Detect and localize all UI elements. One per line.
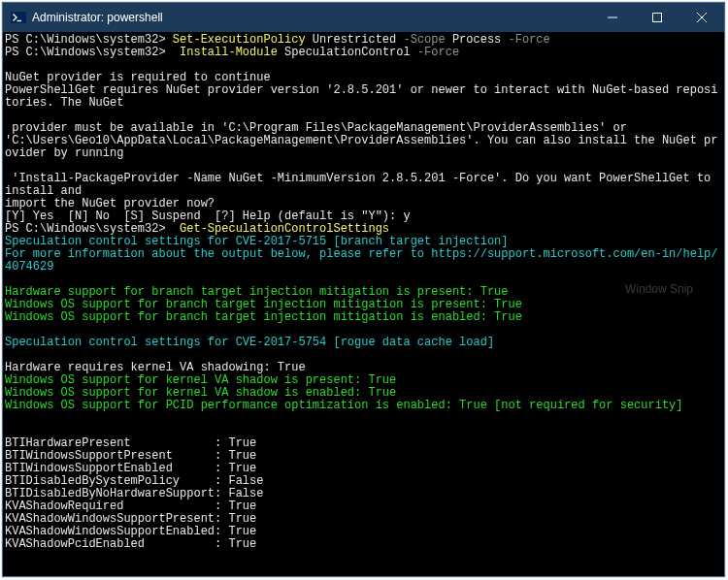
spec-status: Windows OS support for branch target inj…	[3, 311, 720, 324]
powershell-icon	[11, 10, 26, 25]
results-table: BTIHardwarePresent : TrueBTIWindowsSuppo…	[3, 437, 720, 551]
terminal[interactable]: Window Snip PS C:\Windows\system32> Set-…	[3, 32, 724, 576]
minimize-button[interactable]	[590, 3, 635, 32]
spec-more-info: For more information about the output be…	[3, 248, 720, 274]
square-icon	[652, 13, 662, 22]
titlebar[interactable]: Administrator: powershell	[3, 3, 724, 32]
nuget-text: 'C:\Users\Geo10\AppData\Local\PackageMan…	[3, 135, 720, 160]
nuget-text: PowerShellGet requires NuGet provider ve…	[3, 84, 720, 110]
snip-ghost-text: Window Snip	[625, 283, 693, 296]
window-controls	[590, 3, 724, 32]
nuget-text: 'Install-PackageProvider -Name NuGet -Mi…	[3, 173, 720, 198]
powershell-window: Administrator: powershell Window Snip PS…	[2, 2, 725, 577]
svg-rect-0	[11, 12, 26, 23]
cmd-line-2: PS C:\Windows\system32> Install-Module S…	[3, 47, 720, 59]
spec-status: Windows OS support for PCID performance …	[3, 400, 720, 412]
result-row: KVAShadowPcidEnabled : True	[3, 538, 720, 551]
spec-header-2: Speculation control settings for CVE-201…	[3, 337, 720, 349]
maximize-button[interactable]	[635, 3, 679, 32]
window-title: Administrator: powershell	[32, 11, 590, 24]
close-button[interactable]	[679, 3, 724, 32]
